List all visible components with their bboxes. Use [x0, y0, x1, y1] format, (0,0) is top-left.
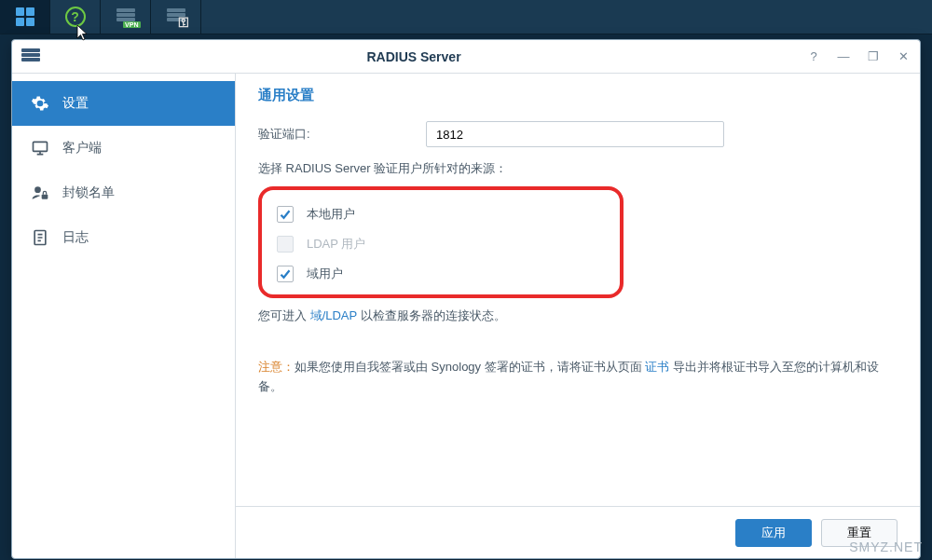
footer: 应用 重置: [236, 506, 920, 558]
source-ldap-label: LDAP 用户: [307, 236, 365, 253]
document-icon: [31, 228, 49, 247]
task-apps[interactable]: [0, 0, 50, 34]
port-input[interactable]: [426, 121, 724, 147]
checkbox-local[interactable]: [277, 206, 294, 223]
main-panel: 通用设置 验证端口: 选择 RADIUS Server 验证用户所针对的来源： …: [236, 74, 920, 558]
section-title: 通用设置: [258, 87, 898, 104]
note-block: 注意：如果您使用自我签署或由 Synology 签署的证书，请将证书从页面 证书…: [258, 358, 898, 397]
app-window: RADIUS Server ? — ❐ ✕ 设置 客户端: [11, 39, 921, 559]
server-vpn-icon: VPN: [116, 8, 135, 25]
source-local-label: 本地用户: [307, 206, 355, 223]
source-local-row[interactable]: 本地用户: [277, 199, 605, 229]
svg-rect-0: [34, 142, 48, 151]
svg-point-1: [34, 186, 41, 193]
port-row: 验证端口:: [258, 121, 898, 147]
svg-rect-2: [42, 195, 48, 199]
apply-button[interactable]: 应用: [735, 519, 812, 547]
sidebar-item-logs[interactable]: 日志: [12, 215, 235, 260]
window-title: RADIUS Server: [21, 49, 806, 64]
port-label: 验证端口:: [258, 126, 426, 143]
sidebar-item-clients[interactable]: 客户端: [12, 126, 235, 171]
task-help[interactable]: ?: [50, 0, 101, 34]
checkbox-domain[interactable]: [277, 266, 294, 282]
titlebar: RADIUS Server ? — ❐ ✕: [12, 40, 920, 74]
note-label: 注意：: [258, 360, 295, 374]
checkbox-ldap: [277, 236, 294, 253]
watermark: SMYZ.NET: [849, 540, 923, 554]
window-controls: ? — ❐ ✕: [806, 49, 911, 63]
hint-text: 您可进入 域/LDAP 以检查服务器的连接状态。: [258, 307, 898, 324]
maximize-button[interactable]: ❐: [866, 49, 881, 63]
source-ldap-row: LDAP 用户: [277, 229, 605, 259]
source-highlight-box: 本地用户 LDAP 用户 域用户: [258, 186, 624, 298]
task-vpn[interactable]: VPN: [101, 0, 151, 34]
source-label: 选择 RADIUS Server 验证用户所针对的来源：: [258, 160, 898, 177]
domain-ldap-link[interactable]: 域/LDAP: [310, 308, 357, 322]
server-key-icon: ⚿: [167, 8, 185, 25]
close-button[interactable]: ✕: [896, 49, 911, 63]
check-icon: [280, 268, 291, 280]
sidebar-item-label: 封锁名单: [62, 184, 115, 201]
help-icon: ?: [65, 7, 86, 27]
gear-icon: [31, 94, 49, 113]
cert-link[interactable]: 证书: [645, 360, 669, 374]
user-lock-icon: [31, 184, 49, 202]
source-domain-label: 域用户: [307, 266, 343, 282]
sidebar-item-blocklist[interactable]: 封锁名单: [12, 171, 235, 215]
source-domain-row[interactable]: 域用户: [277, 259, 605, 289]
check-icon: [280, 209, 291, 220]
monitor-icon: [31, 139, 49, 157]
sidebar: 设置 客户端 封锁名单 日志: [12, 74, 236, 558]
sidebar-item-label: 设置: [62, 95, 89, 112]
sidebar-item-label: 日志: [62, 229, 89, 246]
sidebar-item-settings[interactable]: 设置: [12, 81, 235, 126]
task-radius[interactable]: ⚿: [151, 0, 201, 34]
titlebar-help-button[interactable]: ?: [806, 49, 821, 63]
sidebar-item-label: 客户端: [62, 140, 102, 157]
apps-grid-icon: [16, 7, 34, 26]
minimize-button[interactable]: —: [836, 49, 851, 63]
os-taskbar: ? VPN ⚿: [0, 0, 932, 34]
